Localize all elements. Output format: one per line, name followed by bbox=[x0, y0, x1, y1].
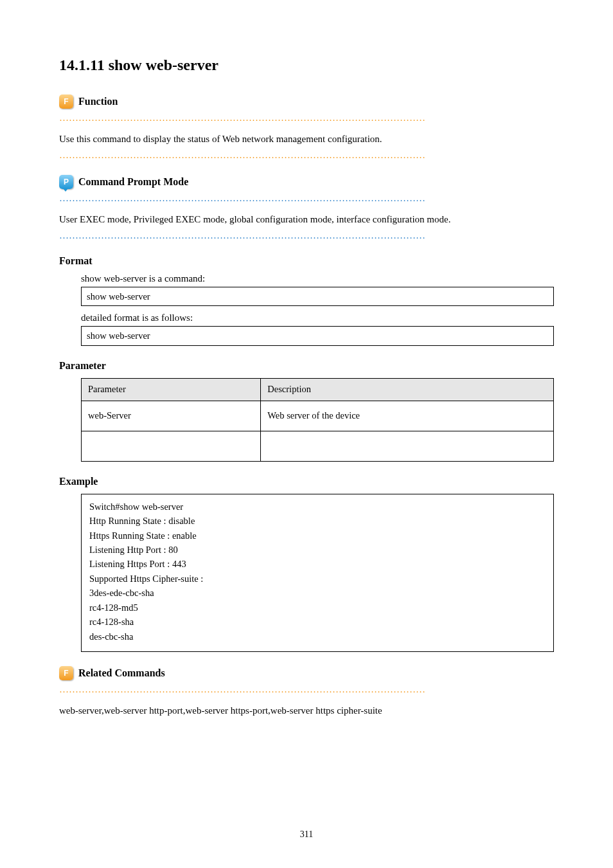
table-row bbox=[82, 431, 554, 461]
table-row: web-Server Web server of the device bbox=[82, 401, 554, 431]
section-prompt: P Command Prompt Mode ………………………………………………… bbox=[59, 175, 554, 241]
parameter-table: Parameter Description web-Server Web ser… bbox=[81, 378, 554, 462]
format-label-2: detailed format is as follows: bbox=[81, 312, 554, 323]
related-body: web-server,web-server http-port,web-serv… bbox=[59, 704, 554, 718]
divider-dots: …………………………………………………………………………………………………… bbox=[59, 150, 554, 161]
format-label-1: show web-server is a command: bbox=[81, 273, 554, 284]
format-detailed-box: show web-server bbox=[81, 326, 554, 345]
divider-dots: …………………………………………………………………………………………………… bbox=[59, 113, 554, 123]
heading-function: Function bbox=[78, 96, 118, 107]
heading-example: Example bbox=[59, 476, 554, 487]
page-title: 14.1.11 show web-server bbox=[59, 57, 554, 74]
heading-prompt: Command Prompt Mode bbox=[78, 176, 188, 188]
folder-icon: F bbox=[59, 95, 73, 109]
format-command-box: show web-server bbox=[81, 287, 554, 306]
page-number: 311 bbox=[0, 829, 613, 840]
td-desc: Web server of the device bbox=[261, 401, 554, 431]
heading-parameter: Parameter bbox=[59, 360, 554, 372]
th-param: Parameter bbox=[82, 378, 261, 401]
example-code: Switch#show web-server Http Running Stat… bbox=[81, 494, 554, 653]
td-param: web-Server bbox=[82, 401, 261, 431]
format-block: show web-server is a command: show web-s… bbox=[81, 273, 554, 346]
divider-dots: …………………………………………………………………………………………………… bbox=[59, 193, 554, 204]
heading-format: Format bbox=[59, 255, 554, 267]
folder-icon: F bbox=[59, 666, 73, 680]
prompt-icon: P bbox=[59, 175, 73, 189]
td-param-empty bbox=[82, 431, 261, 461]
heading-related: Related Commands bbox=[78, 667, 165, 679]
divider-dots: …………………………………………………………………………………………………… bbox=[59, 684, 554, 695]
section-function: F Function ……………………………………………………………………………… bbox=[59, 95, 554, 161]
prompt-body: User EXEC mode, Privileged EXEC mode, gl… bbox=[59, 213, 554, 226]
td-desc-empty bbox=[261, 431, 554, 461]
table-header-row: Parameter Description bbox=[82, 378, 554, 401]
divider-dots: …………………………………………………………………………………………………… bbox=[59, 230, 554, 241]
function-body: Use this command to display the status o… bbox=[59, 132, 554, 146]
parameter-block: Parameter Description web-Server Web ser… bbox=[81, 378, 554, 462]
th-desc: Description bbox=[261, 378, 554, 401]
section-related: F Related Commands ………………………………………………………… bbox=[59, 666, 554, 718]
example-block: Switch#show web-server Http Running Stat… bbox=[81, 494, 554, 653]
